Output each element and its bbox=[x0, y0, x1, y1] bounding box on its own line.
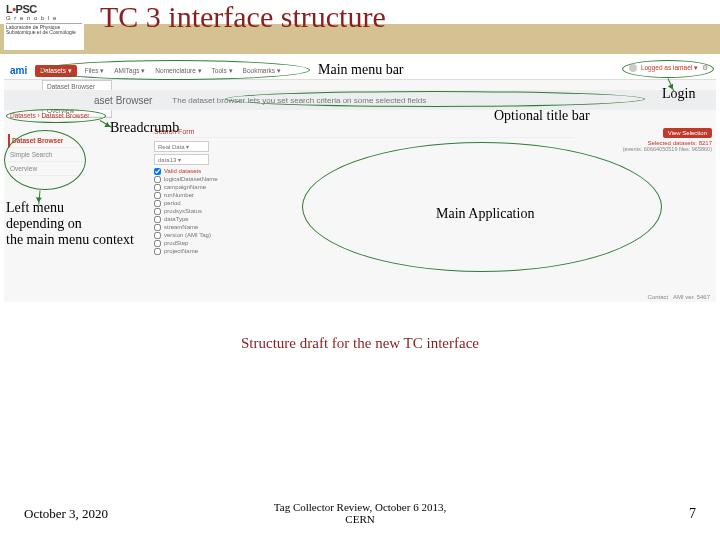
checkbox[interactable] bbox=[154, 224, 161, 231]
lpsc-logo: L•PSC G r e n o b l e Laboratoire de Phy… bbox=[4, 2, 84, 50]
annot-ellipse-leftmenu bbox=[4, 130, 86, 190]
check-label: runNumber bbox=[164, 192, 194, 198]
annot-label-breadcrumb: Breadcrumb bbox=[110, 120, 179, 136]
checkbox[interactable] bbox=[154, 208, 161, 215]
checkbox[interactable] bbox=[154, 248, 161, 255]
check-label: streamName bbox=[164, 224, 198, 230]
check-label: period bbox=[164, 200, 181, 206]
check-label: dataType bbox=[164, 216, 189, 222]
check-label: prodStep bbox=[164, 240, 188, 246]
annot-ellipse-mainmenu bbox=[40, 60, 310, 80]
selection-panel: View Selection Selected datasets: 8217 (… bbox=[623, 128, 712, 152]
checkbox[interactable] bbox=[154, 216, 161, 223]
checkbox[interactable] bbox=[154, 176, 161, 183]
selection-detail: (events: 60664050519 files: 965860) bbox=[623, 146, 712, 152]
search-form-header: Search Form bbox=[154, 128, 574, 138]
app-footer: Contact AMI ver. 5467 bbox=[648, 294, 710, 300]
annot-arrow-leftmenu bbox=[38, 190, 40, 204]
annot-ellipse-breadcrumb bbox=[6, 109, 106, 123]
slide-caption: Structure draft for the new TC interface bbox=[0, 335, 720, 352]
check-label: version (AMI Tag) bbox=[164, 232, 211, 238]
checkbox[interactable] bbox=[154, 168, 161, 175]
annot-label-leftmenu: Left menu depending on the main menu con… bbox=[6, 200, 134, 248]
checkbox[interactable] bbox=[154, 240, 161, 247]
checkbox[interactable] bbox=[154, 232, 161, 239]
select-realdata[interactable]: Real Data ▾ bbox=[154, 141, 209, 152]
annot-ellipse-login bbox=[622, 60, 714, 78]
footer-center: Tag Collector Review, October 6 2013, CE… bbox=[0, 501, 720, 526]
check-label: projectName bbox=[164, 248, 198, 254]
footer-version: AMI ver. 5467 bbox=[673, 294, 710, 300]
checkbox[interactable] bbox=[154, 192, 161, 199]
ami-logo: ami bbox=[10, 65, 27, 76]
slide-title: TC 3 interface structure bbox=[100, 0, 386, 34]
footer-contact[interactable]: Contact bbox=[648, 294, 669, 300]
check-label: logicalDatasetName bbox=[164, 176, 218, 182]
checkbox[interactable] bbox=[154, 184, 161, 191]
annot-label-mainmenu: Main menu bar bbox=[318, 62, 404, 78]
page-heading: aset Browser bbox=[94, 95, 152, 106]
page-number: 7 bbox=[689, 506, 696, 522]
slide-header: L•PSC G r e n o b l e Laboratoire de Phy… bbox=[0, 0, 720, 54]
check-label: campaignName bbox=[164, 184, 206, 190]
view-selection-button[interactable]: View Selection bbox=[663, 128, 712, 138]
annot-label-login: Login bbox=[662, 86, 695, 102]
annot-label-mainapp: Main Application bbox=[436, 206, 534, 222]
check-label: prodsysStatus bbox=[164, 208, 202, 214]
check-label: Valid datasets bbox=[164, 168, 201, 174]
select-campaign[interactable]: data13 ▾ bbox=[154, 154, 209, 165]
annot-label-titlebar: Optional title bar bbox=[494, 108, 590, 124]
checkbox[interactable] bbox=[154, 200, 161, 207]
annot-ellipse-titlebar bbox=[225, 91, 645, 107]
